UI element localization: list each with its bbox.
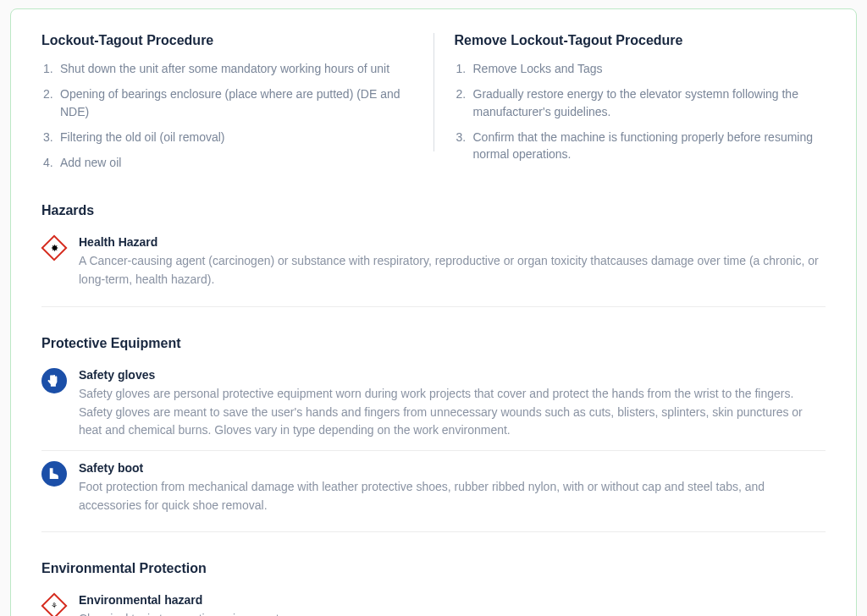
protective-desc: Foot protection from mechanical damage w… — [79, 478, 826, 514]
hazards-title: Hazards — [41, 203, 826, 218]
protective-item: Safety gloves Safety gloves are personal… — [41, 363, 826, 450]
remove-step: Confirm that the machine is functioning … — [456, 129, 826, 163]
environmental-title: Environmental Protection — [41, 561, 826, 576]
hazard-name: Health Hazard — [79, 235, 826, 249]
remove-steps: Remove Locks and Tags Gradually restore … — [455, 60, 826, 162]
environmental-name: Environmental hazard — [79, 593, 826, 607]
lockout-step: Shut down the unit after some mandatory … — [43, 60, 413, 77]
lockout-step: Filtering the old oil (oil removal) — [43, 129, 413, 146]
protective-name: Safety gloves — [79, 368, 826, 382]
section-divider — [41, 306, 826, 317]
hazards-section: Hazards ✸ Health Hazard A Cancer-causing… — [41, 203, 826, 316]
remove-column: Remove Lockout-Tagout Procedure Remove L… — [455, 33, 826, 179]
hazard-desc: A Cancer-causing agent (carcinogen) or s… — [79, 252, 826, 289]
section-divider — [41, 531, 826, 542]
environmental-section: Environmental Protection ⚘ Environmental… — [41, 561, 826, 616]
procedures-columns: Lockout-Tagout Procedure Shut down the u… — [41, 33, 826, 179]
protective-desc: Safety gloves are personal protective eq… — [79, 385, 826, 440]
protective-title: Protective Equipment — [41, 336, 826, 351]
gloves-icon — [41, 368, 67, 393]
protective-section: Protective Equipment Safety gloves Safet… — [41, 336, 826, 542]
environment-hazard-icon: ⚘ — [41, 593, 67, 616]
health-hazard-icon: ✸ — [41, 235, 67, 261]
environmental-desc: Chemical toxic to aquatic environment. — [79, 610, 826, 616]
remove-title: Remove Lockout-Tagout Procedure — [455, 33, 826, 48]
procedure-document: Lockout-Tagout Procedure Shut down the u… — [10, 8, 857, 616]
column-divider — [434, 33, 434, 151]
environmental-item: ⚘ Environmental hazard Chemical toxic to… — [41, 588, 826, 616]
remove-step: Gradually restore energy to the elevator… — [456, 85, 826, 120]
lockout-step: Add new oil — [43, 154, 413, 171]
protective-item: Safety boot Foot protection from mechani… — [41, 450, 826, 525]
boot-icon — [41, 461, 67, 487]
protective-name: Safety boot — [79, 461, 826, 475]
hazard-item: ✸ Health Hazard A Cancer-causing agent (… — [41, 230, 826, 299]
lockout-column: Lockout-Tagout Procedure Shut down the u… — [41, 33, 413, 179]
lockout-steps: Shut down the unit after some mandatory … — [41, 60, 413, 171]
lockout-title: Lockout-Tagout Procedure — [41, 33, 413, 48]
lockout-step: Opening of bearings enclosure (place whe… — [43, 85, 413, 120]
remove-step: Remove Locks and Tags — [456, 60, 826, 77]
